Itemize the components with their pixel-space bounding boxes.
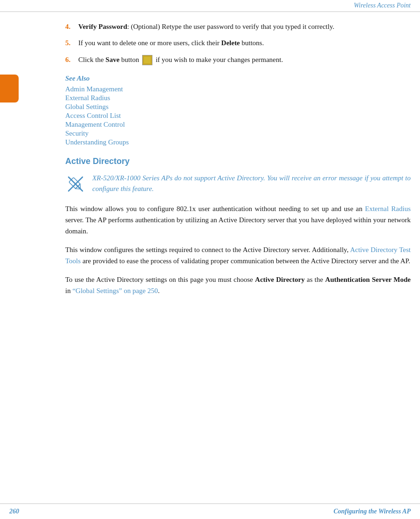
note-icon xyxy=(65,174,86,194)
see-also-link[interactable]: External Radius xyxy=(65,94,110,102)
see-also-section: See Also Admin Management External Radiu… xyxy=(65,75,411,146)
save-button-icon xyxy=(142,55,152,65)
footer-section-title: Configuring the Wireless AP xyxy=(333,508,411,515)
note-box: XR-520/XR-1000 Series APs do not support… xyxy=(65,173,411,195)
bold-label: Delete xyxy=(221,39,240,47)
bold-label: Authentication Server Mode xyxy=(325,276,411,283)
bold-label: Verify Password xyxy=(78,23,127,30)
inline-link[interactable]: Active Directory Test Tools xyxy=(65,246,411,265)
content-area: 4. Verify Password: (Optional) Retype th… xyxy=(0,12,420,313)
list-content: Verify Password: (Optional) Retype the u… xyxy=(78,21,411,32)
numbered-list: 4. Verify Password: (Optional) Retype th… xyxy=(65,21,411,65)
body-paragraph: This window allows you to configure 802.… xyxy=(65,203,411,237)
page-wrapper: Wireless Access Point 4. Verify Password… xyxy=(0,0,420,519)
list-item: 4. Verify Password: (Optional) Retype th… xyxy=(65,21,411,32)
section-heading: Active Directory xyxy=(65,157,411,166)
inline-link[interactable]: “Global Settings” on page 250 xyxy=(72,287,158,294)
body-paragraph: This window configures the settings requ… xyxy=(65,244,411,266)
page-footer: 260 Configuring the Wireless AP xyxy=(0,503,420,519)
list-item: Management Control xyxy=(65,121,411,129)
see-also-link[interactable]: Admin Management xyxy=(65,85,123,93)
list-item: External Radius xyxy=(65,94,411,102)
see-also-link[interactable]: Access Control List xyxy=(65,112,121,119)
bold-label: Save xyxy=(105,56,119,63)
see-also-links: Admin Management External Radius Global … xyxy=(65,85,411,146)
bold-label: Active Directory xyxy=(255,276,305,283)
list-item: Understanding Groups xyxy=(65,138,411,146)
list-item: Global Settings xyxy=(65,103,411,111)
page-header: Wireless Access Point xyxy=(0,0,420,12)
note-text: XR-520/XR-1000 Series APs do not support… xyxy=(92,173,411,195)
see-also-heading: See Also xyxy=(65,75,411,82)
see-also-link[interactable]: Global Settings xyxy=(65,103,109,110)
list-content: Click the Save button if you wish to mak… xyxy=(78,55,411,66)
list-item: 5. If you want to delete one or more use… xyxy=(65,38,411,48)
list-item: Admin Management xyxy=(65,85,411,93)
footer-page-number: 260 xyxy=(9,508,19,515)
list-item: Security xyxy=(65,130,411,137)
list-number: 4. xyxy=(65,21,78,32)
see-also-link[interactable]: Management Control xyxy=(65,121,125,128)
list-item: 6. Click the Save button if you wish to … xyxy=(65,55,411,66)
see-also-link[interactable]: Understanding Groups xyxy=(65,138,129,146)
pencil-cross-icon xyxy=(67,175,84,193)
inline-link[interactable]: External Radius xyxy=(365,205,411,212)
header-title: Wireless Access Point xyxy=(354,2,411,9)
list-content: If you want to delete one or more users,… xyxy=(78,38,411,48)
list-item: Access Control List xyxy=(65,112,411,120)
body-paragraph: To use the Active Directory settings on … xyxy=(65,274,411,296)
see-also-link[interactable]: Security xyxy=(65,130,89,137)
list-number: 5. xyxy=(65,38,78,48)
list-number: 6. xyxy=(65,55,78,66)
